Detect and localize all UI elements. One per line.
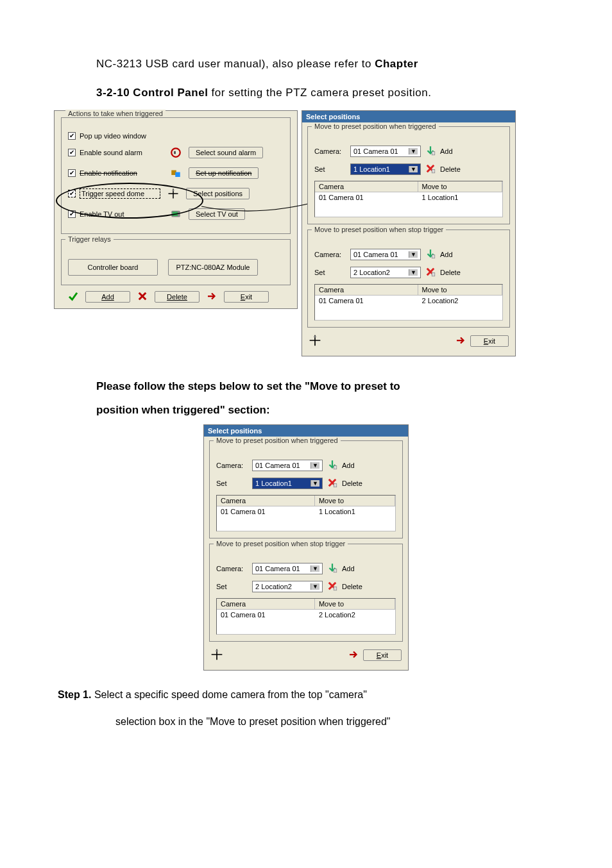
group1-title-b: Move to preset position when triggered bbox=[214, 437, 341, 444]
delete-label-2[interactable]: Delete bbox=[440, 269, 461, 276]
svg-rect-3 bbox=[175, 172, 180, 177]
table-row[interactable]: 01 Camera 012 Location2 bbox=[315, 296, 502, 306]
set-label: Set bbox=[314, 165, 346, 173]
set-combo-2[interactable]: 2 Location2▼ bbox=[350, 267, 421, 278]
preset-table-1: CameraMove to 01 Camera 011 Location1 bbox=[314, 181, 503, 217]
dialog-title-2: Select positions bbox=[204, 425, 408, 437]
x-icon bbox=[137, 290, 148, 303]
svg-rect-14 bbox=[334, 569, 337, 572]
callout-line bbox=[201, 200, 323, 219]
positions-footer-icon-b bbox=[210, 648, 223, 662]
add-icon-2 bbox=[425, 248, 436, 261]
relays-group-title: Trigger relays bbox=[65, 235, 114, 243]
delete-icon-b1 bbox=[327, 477, 338, 490]
notification-label: Enable notification bbox=[80, 169, 163, 177]
table-row[interactable]: 01 Camera 012 Location2 bbox=[217, 610, 395, 620]
set-label-2: Set bbox=[314, 269, 346, 276]
svg-point-11 bbox=[314, 335, 316, 337]
delete-label-b1[interactable]: Delete bbox=[342, 480, 362, 487]
select-positions-dialog: Select positions Move to preset position… bbox=[302, 110, 516, 356]
svg-rect-8 bbox=[432, 169, 435, 172]
ptz-module-button[interactable]: PTZ:NC-080AZ Module bbox=[168, 259, 258, 276]
camera-combo-1[interactable]: 01 Camera 01▼ bbox=[350, 146, 421, 157]
add-icon-b2 bbox=[327, 562, 338, 575]
popup-checkbox[interactable]: ✔ bbox=[68, 132, 76, 140]
step1-text1: Select a specific speed dome camera from… bbox=[91, 689, 366, 700]
set-combo-b2[interactable]: 2 Location2▼ bbox=[252, 581, 323, 592]
speaker-icon bbox=[167, 145, 185, 160]
add-label-1[interactable]: Add bbox=[440, 147, 453, 155]
add-icon-b1 bbox=[327, 459, 338, 472]
camera-label-b: Camera: bbox=[216, 462, 248, 469]
svg-rect-13 bbox=[334, 484, 337, 487]
add-label-b2[interactable]: Add bbox=[342, 565, 355, 572]
controller-board-button[interactable]: Controller board bbox=[68, 259, 158, 276]
svg-rect-15 bbox=[334, 587, 337, 590]
svg-rect-10 bbox=[432, 272, 435, 276]
preset-table-b1: CameraMove to 01 Camera 011 Location1 bbox=[216, 495, 396, 531]
intro-suffix: for setting the PTZ camera preset positi… bbox=[208, 87, 431, 99]
popup-label: Pop up video window bbox=[80, 132, 146, 140]
exit-button[interactable]: Exit bbox=[224, 291, 269, 303]
exit-arrow-icon bbox=[206, 290, 217, 303]
table-row[interactable]: 01 Camera 011 Location1 bbox=[315, 192, 502, 203]
para2-line2: position when triggered" section: bbox=[96, 398, 554, 422]
setup-notification-button[interactable]: Set up notification bbox=[189, 167, 259, 179]
notification-checkbox[interactable]: ✔ bbox=[68, 169, 76, 177]
delete-icon bbox=[425, 163, 436, 176]
svg-rect-7 bbox=[432, 151, 435, 154]
delete-label-b2[interactable]: Delete bbox=[342, 583, 362, 590]
camera-label: Camera: bbox=[314, 147, 346, 155]
svg-rect-1 bbox=[174, 151, 176, 154]
group2-title: Move to preset position when stop trigge… bbox=[312, 226, 446, 233]
delete-label-1[interactable]: Delete bbox=[440, 165, 461, 173]
exit-arrow-icon-b bbox=[348, 649, 359, 662]
svg-point-16 bbox=[216, 650, 217, 652]
positions-footer-icon bbox=[309, 334, 321, 348]
select-positions-dialog-2: Select positions Move to preset position… bbox=[203, 424, 409, 671]
preset-table-b2: CameraMove to 01 Camera 012 Location2 bbox=[216, 598, 396, 635]
sound-alarm-label: Enable sound alarm bbox=[80, 149, 163, 156]
table-row[interactable]: 01 Camera 011 Location1 bbox=[217, 506, 395, 517]
set-label-b: Set bbox=[216, 480, 248, 487]
annotation-ellipse bbox=[56, 183, 203, 219]
group1-title: Move to preset position when triggered bbox=[312, 122, 439, 130]
dialog-title: Select positions bbox=[302, 111, 515, 122]
add-label-2[interactable]: Add bbox=[440, 251, 453, 258]
para2-line1: Please follow the steps below to set the… bbox=[96, 374, 554, 398]
set-label-b2: Set bbox=[216, 583, 248, 590]
svg-rect-9 bbox=[432, 255, 435, 258]
camera-combo-b1[interactable]: 01 Camera 01▼ bbox=[252, 460, 323, 471]
exit-button-b[interactable]: Exit bbox=[363, 649, 402, 661]
camera-label-2: Camera: bbox=[314, 251, 346, 258]
delete-button[interactable]: Delete bbox=[155, 291, 200, 303]
add-label-b1[interactable]: Add bbox=[342, 462, 355, 469]
col-camera: Camera bbox=[315, 181, 418, 192]
sound-alarm-checkbox[interactable]: ✔ bbox=[68, 149, 76, 156]
camera-combo-2[interactable]: 01 Camera 01▼ bbox=[350, 249, 421, 260]
step1-text2: selection box in the "Move to preset pos… bbox=[115, 716, 391, 727]
step1-label: Step 1. bbox=[58, 689, 91, 700]
add-icon bbox=[425, 145, 436, 158]
add-button[interactable]: Add bbox=[85, 291, 130, 303]
check-icon bbox=[67, 290, 79, 303]
svg-rect-12 bbox=[334, 466, 337, 469]
actions-group-title: Actions to take when triggered bbox=[65, 110, 166, 117]
notification-icon bbox=[167, 165, 185, 181]
set-combo-1[interactable]: 1 Location1▼ bbox=[350, 163, 421, 175]
set-combo-b1[interactable]: 1 Location1▼ bbox=[252, 478, 323, 489]
intro-section: 3-2-10 Control Panel bbox=[96, 87, 208, 99]
intro-text: NC-3213 USB card user manual), also plea… bbox=[96, 58, 375, 70]
delete-icon-b2 bbox=[327, 580, 338, 593]
intro-chapter: Chapter bbox=[375, 58, 418, 70]
camera-label-b2: Camera: bbox=[216, 565, 248, 572]
col-moveto: Move to bbox=[418, 181, 502, 192]
exit-arrow-icon-2 bbox=[455, 335, 466, 347]
group2-title-b: Move to preset position when stop trigge… bbox=[214, 540, 348, 547]
delete-icon-2 bbox=[425, 266, 436, 279]
camera-combo-b2[interactable]: 01 Camera 01▼ bbox=[252, 563, 323, 574]
exit-button-2[interactable]: Exit bbox=[470, 335, 509, 347]
select-sound-button[interactable]: Select sound alarm bbox=[189, 147, 263, 158]
preset-table-2: CameraMove to 01 Camera 012 Location2 bbox=[314, 284, 503, 321]
